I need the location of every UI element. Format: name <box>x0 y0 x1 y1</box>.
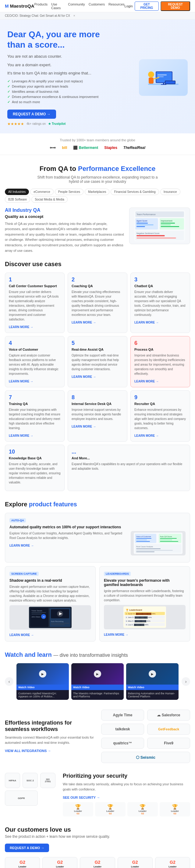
use-case-6: 6 Process QA Improve and streamline busi… <box>130 336 190 387</box>
hero-features: Leverages AI to amplify your value (not … <box>7 79 134 105</box>
customers-title: Our customers love us <box>5 826 190 833</box>
hero-feature-2: Develops your agents and team leads <box>7 84 134 89</box>
nav-customers[interactable]: Customers <box>89 2 105 10</box>
g2-badge-5: G2 Leader 2024 <box>155 857 190 868</box>
login-button[interactable]: Login <box>125 4 133 8</box>
feature-auto-qa-cta[interactable]: LEARN MORE → <box>9 544 34 547</box>
video-caption-2: The Maestro Advantage: Partnerships and … <box>71 690 124 700</box>
security-text: Prioritizing your security We take data … <box>63 773 190 816</box>
use-case-9-title: Recruiter QA <box>134 402 186 406</box>
logo-five9: Five9 <box>147 738 190 749</box>
svg-text:4. Lisa K.  ████████     88%: 4. Lisa K. ████████ 88% <box>126 623 149 626</box>
use-case-7-desc: Elevate your training programs with targ… <box>9 407 61 430</box>
logo[interactable]: M MaestroQA <box>5 3 34 8</box>
use-case-1-learn-more[interactable]: LEARN MORE → <box>9 326 33 329</box>
badge-iso: ISO27001 <box>40 773 55 788</box>
video-label-1[interactable]: Watch Video <box>16 685 69 690</box>
navbar: M MaestroQA Products Use Cases Community… <box>0 0 195 12</box>
filter-b2b[interactable]: B2B Software <box>5 196 30 203</box>
award-4: 🏆 Leader G2 <box>160 802 190 816</box>
pricing-button[interactable]: GET PRICING <box>135 2 159 11</box>
logo-arrow: ⬅➡ <box>50 146 56 150</box>
use-case-5-learn-more[interactable]: LEARN MORE → <box>72 375 96 378</box>
play-button-1[interactable]: ▶ <box>39 670 46 678</box>
customers-demo-button[interactable]: REQUEST A DEMO → <box>5 844 49 852</box>
svg-rect-6 <box>158 74 167 75</box>
nav-community[interactable]: Community <box>68 2 85 10</box>
nav-resources[interactable]: Resources <box>109 2 125 10</box>
use-case-3-title: Chatbot QA <box>134 284 186 288</box>
svg-rect-20 <box>136 226 145 227</box>
customers-section: Our customers love us See the product in… <box>0 826 195 868</box>
security-badges: HIPAA SOC 2 ISO27001 GDPR <box>5 773 55 816</box>
view-all-integrations[interactable]: VIEW ALL INTEGRATIONS → <box>5 749 51 753</box>
video-caption-1: Customers Applied MaestroQA: Appears on … <box>16 690 69 700</box>
play-button-2[interactable]: ▶ <box>94 670 101 678</box>
carousel-prev[interactable]: ‹ <box>5 677 13 686</box>
feature-leaderboards-cta[interactable]: LEARN MORE → <box>104 633 128 637</box>
video-label-2[interactable]: Watch Video <box>71 685 124 690</box>
hero-subtitle2: You are a domain expert. <box>7 62 134 68</box>
feature-auto-qa-preview: Voice of Customer Auto QA Score Root Cau… <box>131 531 186 555</box>
qa-description: Think of QA as your research team, delvi… <box>5 221 124 254</box>
filter-tabs: All Industries eCommerce People Services… <box>0 189 195 208</box>
use-case-1-num: 1 <box>9 277 61 283</box>
filter-people-services[interactable]: People Services <box>55 189 83 195</box>
svg-rect-58 <box>51 623 69 623</box>
breadcrumb-text: CEO/CIO: Strategy Chat: Get Smart at AI … <box>5 14 70 18</box>
demo-nav-button[interactable]: REQUEST DEMO <box>161 1 190 11</box>
filter-financial[interactable]: Financial Services & Gambling <box>111 189 159 195</box>
use-case-4: 4 Voice of Customer Capture and analyze … <box>5 336 65 387</box>
svg-text:🏆 Leaderboard: 🏆 Leaderboard <box>126 609 142 611</box>
feature-screen-capture-cta[interactable]: LEARN MORE → <box>9 633 34 637</box>
use-case-8-learn-more[interactable]: LEARN MORE → <box>72 425 96 428</box>
discover-section: Discover use cases 1 Call Center Custome… <box>0 261 195 501</box>
filter-insurance[interactable]: Insurance <box>160 189 180 195</box>
svg-text:3. Mike R.  █████████    91%: 3. Mike R. █████████ 91% <box>126 620 151 622</box>
use-case-7-learn-more[interactable]: LEARN MORE → <box>9 434 33 437</box>
qa-dashboard-preview: Team Performance Agent Score Improvement… <box>129 208 190 244</box>
svg-rect-4 <box>149 78 154 84</box>
hero-title: Dear QA, you are more than a score... <box>7 29 134 50</box>
g2-badge-3: G2 Leader Summer 2024 <box>80 857 115 868</box>
filter-social[interactable]: Social Media & Media <box>31 196 68 203</box>
svg-rect-24 <box>161 226 179 227</box>
svg-rect-42 <box>136 549 161 549</box>
hero-feature-3: Identifies areas of business risk <box>7 89 134 94</box>
features-title: Explore product features <box>5 501 190 508</box>
filter-all-industries[interactable]: All Industries <box>5 189 29 195</box>
breadcrumb-close[interactable]: × <box>73 14 75 18</box>
svg-text:Ticket Details: Ticket Details <box>31 610 42 612</box>
use-case-4-title: Voice of Customer <box>9 348 61 351</box>
use-case-9-learn-more[interactable]: LEARN MORE → <box>134 434 159 437</box>
feature-leaderboards-preview: 🏆 Leaderboard 1. Sarah M. ████████████ 9… <box>104 605 186 629</box>
use-case-3-learn-more[interactable]: LEARN MORE → <box>134 321 159 324</box>
video-label-3[interactable]: Watch Video <box>126 685 179 690</box>
use-case-4-learn-more[interactable]: LEARN MORE → <box>9 380 33 383</box>
filter-ecommerce[interactable]: eCommerce <box>30 189 53 195</box>
svg-text:John Dean: John Dean <box>31 616 40 618</box>
logo-betterment: ⬛ Betterment <box>73 146 98 150</box>
use-case-10-desc: Ensure a high-quality, accurate, and use… <box>9 462 61 485</box>
feature-auto-qa: AUTO-QA Automated quality metrics on 100… <box>5 513 190 562</box>
award-1: 🏆 Leader G2 <box>63 802 93 816</box>
nav-use-cases[interactable]: Use Cases <box>51 2 64 10</box>
use-case-4-num: 4 <box>9 340 61 346</box>
carousel-next[interactable]: › <box>182 677 190 686</box>
trusted-logos: ⬅➡ bill ⬛ Betterment Staples TheRealReal <box>7 146 188 150</box>
use-case-2-learn-more[interactable]: LEARN MORE → <box>72 321 96 324</box>
video-thumb-1: ▶ <box>16 663 69 685</box>
hero-demo-button[interactable]: REQUEST A DEMO → <box>7 110 56 119</box>
filter-marketplaces[interactable]: Marketplaces <box>85 189 109 195</box>
security-section: HIPAA SOC 2 ISO27001 GDPR Prioritizing y… <box>0 773 195 826</box>
see-security-link[interactable]: SEE OUR SECURITY → <box>63 796 100 799</box>
use-case-6-learn-more[interactable]: LEARN MORE → <box>134 380 159 383</box>
use-case-8-desc: Improve internal support services by ens… <box>72 407 123 421</box>
award-2: 🏆 Leader G2 <box>95 802 125 816</box>
video-thumb-3: ▶ <box>126 663 179 685</box>
feature-auto-qa-title: Automated quality metrics on 100% of you… <box>9 525 186 529</box>
svg-text:Voice of Customer: Voice of Customer <box>136 536 151 537</box>
nav-products[interactable]: Products <box>34 2 47 10</box>
hero-section: Dear QA, you are more than a score... Yo… <box>0 20 195 133</box>
play-button-3[interactable]: ▶ <box>149 670 156 678</box>
